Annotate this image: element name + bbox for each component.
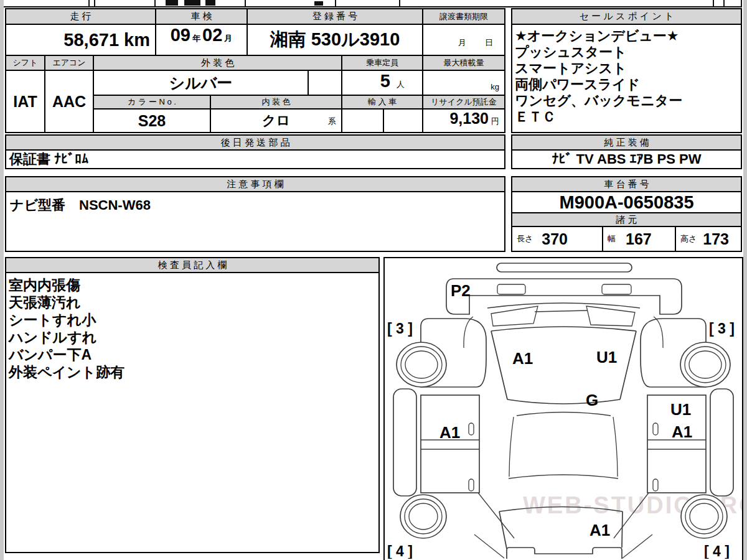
color-no-header: カ ラ ー N o .: [93, 95, 211, 110]
specs-header: 諸 元: [511, 212, 742, 227]
rear-right-wheel: [681, 495, 727, 538]
import-value-cell-left: [341, 108, 384, 133]
recycle-deposit-header: リサイクル預託金: [422, 95, 505, 110]
inspector-note: ハンドルすれ: [9, 329, 125, 346]
sales-point: 両側パワースライド: [515, 77, 682, 93]
sales-points-box: ★オークションデビュー★ プッシュスタート スマートアシスト 両側パワースライド…: [511, 24, 742, 133]
inspection-header: 車 検: [155, 8, 248, 25]
genuine-equipment-header: 純 正 装 備: [511, 134, 742, 151]
capacity-unit: 人: [397, 79, 405, 90]
cabin-left-side: [509, 417, 514, 477]
headlight-left: [497, 284, 525, 294]
car-top-view-diagram: WEB-STUDIO.PRO: [385, 258, 742, 559]
cropped-row-tick: [723, 0, 725, 6]
recycle-deposit-unit: 円: [491, 116, 499, 127]
sales-point: ★オークションデビュー★: [515, 28, 682, 44]
spec-length-cell: 長さ 370: [511, 226, 603, 252]
recycle-deposit-cell: 9,130 円: [422, 108, 505, 133]
interior-color-unit: 系: [328, 116, 336, 127]
right-door-mark-upper: U1: [670, 400, 691, 419]
fender-curve-left: [464, 317, 473, 348]
front-bumper-outline: [446, 279, 682, 314]
cowl-line: [487, 303, 640, 308]
hood-right-edge: [620, 331, 636, 399]
max-load-value-cell: kg: [422, 70, 505, 96]
hood-right-mark: U1: [596, 348, 617, 366]
spec-length-value: 370: [542, 230, 568, 248]
shift-value: IAT: [5, 70, 45, 133]
windshield-base: [507, 399, 620, 404]
tire-front-left-mark: [ 3 ]: [387, 320, 413, 337]
aircon-header: エアコン: [44, 55, 94, 71]
cropped-text-fragment: [314, 1, 323, 6]
inspector-notes-header: 検 査 員 記 入 欄: [5, 257, 380, 273]
spec-height-label: 高さ: [680, 233, 697, 245]
sales-points-header: セ ー ル ス ポ イ ン ト: [511, 8, 742, 25]
interior-color-value: クロ: [262, 111, 290, 130]
rear-left-pillar: [478, 493, 514, 538]
mileage-value: 58,671 km: [5, 24, 156, 56]
sales-point: スマートアシスト: [515, 60, 682, 77]
inspector-note: 外装ペイント跡有: [9, 363, 125, 381]
max-load-unit: kg: [491, 82, 499, 91]
rear-hatch-right-edge: [622, 511, 622, 548]
cropped-row-tick: [741, 0, 742, 6]
damage-diagram-box: WEB-STUDIO.PRO: [383, 257, 743, 560]
registration-value: 湘南 530ル3910: [247, 24, 423, 56]
cropped-text-fragment: [184, 0, 200, 6]
rear-hatch-left-edge: [499, 511, 507, 549]
interior-color-value-cell: クロ 系: [210, 108, 342, 133]
exterior-color-value: シルバー: [93, 70, 309, 96]
cropped-row-tick: [245, 0, 246, 6]
cabin-right-side: [613, 417, 618, 477]
sales-points-lines: ★オークションデビュー★ プッシュスタート スマートアシスト 両側パワースライド…: [512, 25, 685, 125]
import-value-cell-right: [383, 108, 423, 133]
cropped-row-tick: [399, 0, 400, 6]
transfer-docs-header: 譲渡書類期限: [422, 8, 505, 25]
max-load-header: 最大積載量: [422, 55, 505, 71]
hood-top-edge: [491, 327, 636, 331]
front-left-wheel: [397, 342, 446, 387]
sales-point: プッシュスタート: [515, 44, 682, 60]
shift-header: シフト: [5, 55, 45, 71]
sales-point: ワンセグ、バックモニター: [515, 93, 682, 109]
inspector-note: 天張薄汚れ: [9, 294, 125, 311]
spec-height-cell: 高さ 173: [675, 226, 742, 252]
wiper-left: [491, 306, 538, 326]
spec-height-value: 173: [703, 230, 729, 248]
tire-front-right-mark: [ 3 ]: [709, 320, 735, 337]
chassis-no-value: M900A-0650835: [511, 191, 742, 213]
tire-rear-right-mark: [ 4 ]: [704, 543, 730, 559]
inspector-note: バンパー下A: [9, 346, 125, 363]
inspector-note: シートすれ小: [9, 311, 125, 329]
front-grille-bar: [497, 263, 632, 272]
spec-width-label: 幅: [608, 233, 616, 245]
inspector-notes-lines: 室内内張傷 天張薄汚れ シートすれ小 ハンドルすれ バンパー下A 外装ペイント跡…: [6, 273, 127, 381]
capacity-value: 5: [380, 71, 390, 91]
left-door-handle-front: [469, 423, 474, 435]
roof-rear-arc: [509, 475, 618, 478]
auction-sheet: 走 行 車 検 登 録 番 号 譲渡書類期限 58,671 km 09 年 02…: [0, 0, 747, 560]
inspector-notes-box: 室内内張傷 天張薄汚れ シートすれ小 ハンドルすれ バンパー下A 外装ペイント跡…: [5, 272, 380, 553]
left-sill-strip: [393, 389, 416, 496]
chassis-no-header: 車 台 番 号: [511, 176, 742, 192]
rear-bumper-outline: [507, 548, 622, 559]
inspection-value: 09 年 02 月: [155, 24, 248, 56]
tire-rear-left-mark: [ 4 ]: [387, 543, 413, 559]
cropped-row-tick: [88, 0, 90, 6]
registration-header: 登 録 番 号: [247, 8, 423, 25]
right-sill-strip: [710, 389, 733, 496]
import-header: 輸 入 車: [341, 95, 423, 110]
inspection-year: 09: [171, 25, 190, 45]
left-door-panel: [421, 395, 479, 493]
exterior-color-extra-cell: [308, 70, 342, 96]
front-bumper-mark: P2: [451, 281, 471, 300]
cropped-row-tick: [335, 0, 336, 6]
right-door-handle-rear: [653, 479, 658, 491]
cropped-row-tick: [94, 0, 95, 6]
genuine-equipment-value: ﾅﾋﾞ TV ABS ｴｱB PS PW: [511, 149, 742, 169]
capacity-header: 乗車定員: [341, 55, 423, 71]
rear-right-corner: [622, 534, 652, 558]
front-right-wheel: [680, 342, 730, 387]
left-door-mark: A1: [439, 423, 460, 442]
